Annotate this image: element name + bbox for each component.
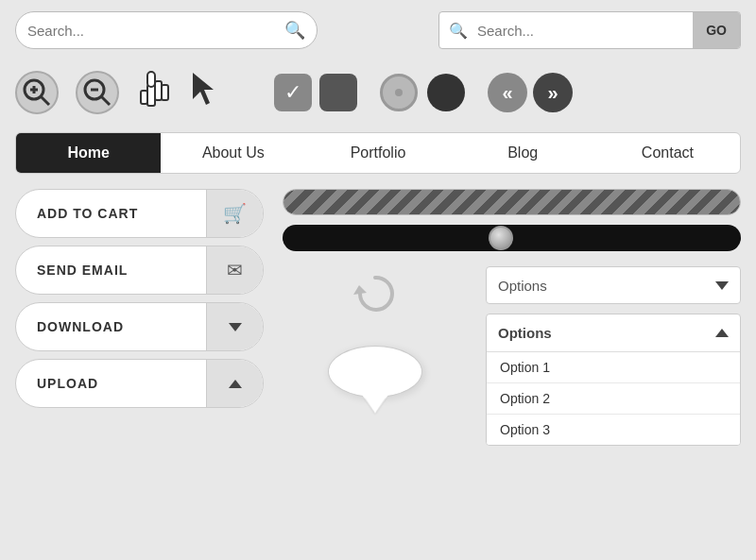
- nav-item-home[interactable]: Home: [16, 133, 161, 173]
- striped-progress-bar: [283, 189, 741, 215]
- svg-marker-12: [193, 73, 214, 105]
- left-action-buttons: ADD TO CART 🛒 SEND EMAIL ✉ DOWNLOAD UPLO…: [15, 189, 264, 446]
- speech-bubble: [328, 346, 422, 398]
- search-bar-2[interactable]: 🔍 GO: [438, 11, 741, 49]
- options-dropdown-open-header[interactable]: Options: [487, 314, 740, 352]
- options-dropdown-open: Options Option 1 Option 2 Option 3: [486, 314, 741, 446]
- back-arrow-icon: «: [502, 82, 512, 104]
- svg-line-6: [101, 96, 110, 105]
- svg-rect-9: [162, 85, 168, 100]
- checkmark-icon: ✓: [284, 80, 301, 105]
- search-row: 🔍 🔍 GO: [15, 11, 741, 49]
- email-icon: ✉: [227, 259, 243, 281]
- dropdown-option-3[interactable]: Option 3: [487, 415, 740, 445]
- search-input-2[interactable]: [477, 23, 693, 39]
- forward-arrow-icon: »: [547, 82, 558, 104]
- checkbox-group: ✓: [274, 74, 357, 111]
- search-icon-1: 🔍: [284, 20, 305, 41]
- radio-unselected[interactable]: [380, 74, 418, 111]
- hand-pointer-icon[interactable]: [136, 66, 176, 119]
- go-button[interactable]: GO: [693, 12, 740, 48]
- upload-label: UPLOAD: [16, 376, 206, 391]
- nav-item-blog[interactable]: Blog: [451, 133, 595, 173]
- progress-section: [283, 189, 741, 251]
- dropdown-open-arrow-icon: [715, 329, 729, 337]
- download-label: DOWNLOAD: [16, 319, 206, 334]
- download-arrow-icon: [229, 323, 242, 331]
- refresh-icon[interactable]: [352, 270, 399, 327]
- svg-rect-8: [155, 81, 162, 100]
- forward-arrow-button[interactable]: »: [533, 73, 573, 112]
- options-open-label: Options: [498, 325, 715, 341]
- add-to-cart-label: ADD TO CART: [16, 206, 206, 221]
- nav-label-portfolio: Portfolio: [351, 144, 406, 161]
- radio-selected[interactable]: [427, 74, 465, 111]
- send-email-label: SEND EMAIL: [16, 263, 206, 278]
- nav-label-about: About Us: [202, 144, 265, 161]
- svg-rect-7: [147, 85, 155, 106]
- nav-label-blog: Blog: [507, 144, 538, 161]
- options-dropdown-collapsed[interactable]: Options: [486, 266, 741, 304]
- add-to-cart-button[interactable]: ADD TO CART 🛒: [15, 189, 264, 238]
- nav-item-portfolio[interactable]: Portfolio: [305, 133, 450, 173]
- checkbox-unchecked[interactable]: [319, 74, 357, 111]
- download-arrow: [206, 303, 263, 350]
- svg-rect-11: [147, 72, 155, 87]
- icons-row: ✓ « »: [15, 59, 741, 123]
- dropdown-collapsed-arrow-icon: [715, 281, 729, 290]
- range-slider[interactable]: [283, 225, 741, 251]
- option-2-label: Option 2: [500, 391, 550, 406]
- arrow-cursor-icon[interactable]: [193, 73, 221, 113]
- nav-arrows-group: « »: [488, 73, 573, 112]
- upload-arrow: [206, 360, 263, 407]
- nav-label-contact: Contact: [642, 144, 694, 161]
- options-dropdown-label: Options: [498, 278, 715, 294]
- progress-fill: [284, 190, 740, 214]
- svg-marker-13: [353, 285, 367, 295]
- bottom-section: ADD TO CART 🛒 SEND EMAIL ✉ DOWNLOAD UPLO…: [15, 189, 741, 446]
- send-email-button[interactable]: SEND EMAIL ✉: [15, 246, 264, 295]
- download-button[interactable]: DOWNLOAD: [15, 302, 264, 351]
- upload-button[interactable]: UPLOAD: [15, 359, 264, 408]
- send-email-icon-area: ✉: [206, 246, 263, 294]
- radio-group: [380, 74, 465, 111]
- option-1-label: Option 1: [500, 360, 550, 375]
- cart-icon: 🛒: [223, 202, 247, 225]
- back-arrow-button[interactable]: «: [488, 73, 527, 112]
- search-bar-1[interactable]: 🔍: [15, 11, 318, 49]
- right-elements: Options Options Option 1 Option: [283, 189, 741, 446]
- svg-rect-10: [141, 91, 147, 104]
- dropdown-option-1[interactable]: Option 1: [487, 352, 740, 383]
- search-input-1[interactable]: [27, 23, 277, 39]
- option-3-label: Option 3: [500, 422, 550, 437]
- upload-arrow-icon: [229, 380, 242, 388]
- nav-label-home: Home: [67, 144, 109, 161]
- slider-thumb[interactable]: [489, 226, 513, 250]
- nav-item-about[interactable]: About Us: [161, 133, 305, 173]
- zoom-in-icon[interactable]: [15, 71, 59, 114]
- nav-item-contact[interactable]: Contact: [595, 133, 740, 173]
- dropdown-option-2[interactable]: Option 2: [487, 383, 740, 415]
- svg-line-3: [41, 96, 49, 105]
- add-to-cart-icon-area: 🛒: [206, 190, 263, 237]
- navigation-bar: Home About Us Portfolio Blog Contact: [15, 132, 741, 174]
- search-icon-2: 🔍: [439, 22, 477, 40]
- zoom-out-icon[interactable]: [76, 71, 119, 114]
- checkbox-checked[interactable]: ✓: [274, 74, 312, 111]
